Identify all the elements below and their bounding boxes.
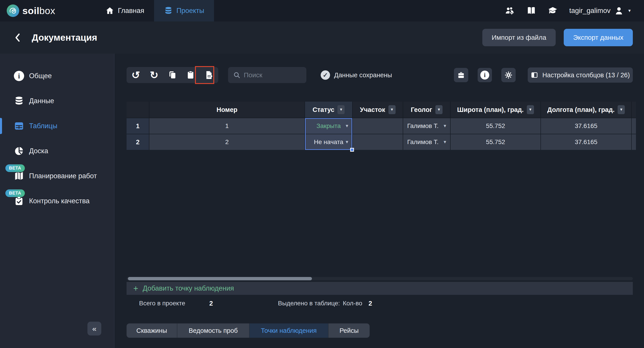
page-header-actions: Импорт из файла Экспорт данных bbox=[482, 29, 633, 46]
paste-icon[interactable] bbox=[186, 70, 196, 80]
status-cell[interactable]: Не начата ▼ bbox=[305, 134, 352, 150]
content-area: ↺ ↻ ✓ Данные сохранены bbox=[114, 54, 644, 348]
longitude-cell[interactable]: 37.6165 bbox=[541, 134, 631, 150]
header-site[interactable]: Участок ▼ bbox=[353, 102, 403, 118]
nav-home[interactable]: Главная bbox=[96, 0, 154, 21]
undo-icon[interactable]: ↺ bbox=[131, 70, 141, 80]
soilbox-logo-icon bbox=[7, 4, 19, 17]
horizontal-scrollbar[interactable] bbox=[126, 277, 633, 280]
table-toolbar: ↺ ↻ bbox=[126, 67, 218, 83]
saved-status: ✓ Данные сохранены bbox=[321, 67, 392, 83]
redo-icon[interactable]: ↻ bbox=[149, 70, 159, 80]
search-icon bbox=[233, 71, 240, 79]
total-in-project-label: Всего в проекте bbox=[139, 300, 185, 307]
number-cell[interactable]: 2 bbox=[149, 134, 304, 150]
longitude-cell[interactable]: 37.6165 bbox=[541, 118, 631, 134]
import-from-file-button[interactable]: Импорт из файла bbox=[482, 29, 556, 46]
book-icon[interactable] bbox=[526, 6, 536, 16]
pie-chart-icon bbox=[14, 146, 24, 156]
gear-icon bbox=[504, 71, 513, 79]
status-cell[interactable]: Закрыта ▼ bbox=[305, 118, 352, 134]
database-icon bbox=[164, 6, 173, 15]
observation-points-table: Номер Статус ▼ Участок ▼ Геолог ▼ Широта… bbox=[126, 102, 636, 150]
home-icon bbox=[105, 6, 114, 15]
column-settings-button[interactable]: Настройка столбцов (13 / 26) bbox=[528, 67, 633, 83]
latitude-filter-button[interactable]: ▼ bbox=[527, 105, 534, 114]
soilbox-logo[interactable]: soilbox bbox=[7, 0, 55, 21]
total-in-project-value: 2 bbox=[209, 300, 213, 307]
columns-icon bbox=[531, 71, 538, 79]
username: tagir_galimov bbox=[569, 7, 610, 15]
tab-observation-points[interactable]: Точки наблюдения bbox=[250, 324, 328, 338]
beta-badge: BETA bbox=[5, 165, 25, 172]
dropdown-icon[interactable]: ▼ bbox=[443, 124, 447, 128]
copy-icon[interactable] bbox=[168, 70, 177, 80]
header-geologist[interactable]: Геолог ▼ bbox=[403, 102, 450, 118]
dropdown-icon[interactable]: ▼ bbox=[345, 124, 349, 128]
row-number-cell[interactable]: 1 bbox=[126, 118, 149, 134]
longitude-filter-button[interactable]: ▼ bbox=[618, 105, 625, 114]
sidebar-item-tables[interactable]: Таблицы bbox=[0, 114, 114, 139]
sidebar-collapse-button[interactable]: « bbox=[88, 322, 101, 336]
sidebar-item-data[interactable]: Данные bbox=[0, 88, 114, 114]
check-circle-icon: ✓ bbox=[321, 70, 330, 80]
header-latitude[interactable]: Широта (план), град. ▼ bbox=[450, 102, 540, 118]
top-bar: soilbox Главная Проекты bbox=[0, 0, 644, 21]
avatar-icon bbox=[614, 6, 624, 16]
site-filter-button[interactable]: ▼ bbox=[388, 105, 396, 114]
site-cell[interactable] bbox=[353, 118, 403, 134]
tab-wells[interactable]: Скважины bbox=[126, 324, 177, 338]
status-filter-button[interactable]: ▼ bbox=[338, 105, 344, 114]
nav-projects[interactable]: Проекты bbox=[154, 0, 214, 21]
number-cell[interactable]: 1 bbox=[149, 118, 304, 134]
geologist-cell[interactable]: Галимов Т. ▼ bbox=[403, 134, 450, 150]
header-longitude[interactable]: Долгота (план), град. ▼ bbox=[541, 102, 631, 118]
overflow-cell bbox=[632, 118, 636, 134]
top-nav: Главная Проекты bbox=[96, 0, 214, 21]
overflow-cell bbox=[632, 134, 636, 150]
sidebar-item-board[interactable]: Доска bbox=[0, 139, 114, 164]
geologist-filter-button[interactable]: ▼ bbox=[435, 105, 442, 114]
horizontal-scrollbar-thumb[interactable] bbox=[128, 277, 312, 280]
dropdown-icon[interactable]: ▼ bbox=[345, 140, 349, 145]
users-admin-icon[interactable] bbox=[505, 6, 515, 16]
row-number-cell[interactable]: 2 bbox=[126, 134, 149, 150]
selected-in-table-label: Выделено в таблице: bbox=[278, 300, 340, 307]
latitude-cell[interactable]: 55.752 bbox=[450, 118, 540, 134]
info-button[interactable]: i bbox=[478, 68, 492, 82]
geologist-cell[interactable]: Галимов Т. ▼ bbox=[403, 118, 450, 134]
column-settings-label: Настройка столбцов (13 / 26) bbox=[542, 71, 630, 79]
add-observation-point-button[interactable]: + Добавить точку наблюдения bbox=[126, 282, 633, 295]
tab-sample-register[interactable]: Ведомость проб bbox=[177, 324, 250, 338]
dropdown-icon[interactable]: ▼ bbox=[443, 140, 447, 145]
table-icon bbox=[14, 121, 24, 131]
search-box bbox=[228, 67, 306, 83]
settings-button[interactable] bbox=[501, 68, 516, 82]
sidebar: i Общее Данные Таблицы Доска BETA bbox=[0, 54, 114, 348]
tools-button[interactable] bbox=[454, 68, 468, 82]
tab-trips[interactable]: Рейсы bbox=[328, 324, 370, 338]
header-rownum bbox=[126, 102, 149, 118]
site-cell[interactable] bbox=[353, 134, 403, 150]
database-icon bbox=[14, 96, 24, 106]
user-menu[interactable]: tagir_galimov ▼ bbox=[569, 6, 632, 16]
export-data-button[interactable]: Экспорт данных bbox=[564, 29, 633, 46]
toolbox-icon bbox=[457, 71, 465, 79]
map-icon bbox=[14, 171, 24, 181]
page-header: Документация Импорт из файла Экспорт дан… bbox=[0, 21, 644, 54]
nav-home-label: Главная bbox=[118, 7, 144, 15]
header-status[interactable]: Статус ▼ bbox=[305, 102, 352, 118]
table-footer: Всего в проекте 2 Выделено в таблице: Ко… bbox=[126, 298, 633, 308]
back-button[interactable] bbox=[12, 32, 23, 43]
graduation-cap-icon[interactable] bbox=[548, 6, 558, 16]
sidebar-item-general[interactable]: i Общее bbox=[0, 63, 114, 88]
plus-icon: + bbox=[133, 284, 138, 293]
info-icon: i bbox=[480, 71, 489, 80]
beta-badge: BETA bbox=[5, 189, 25, 197]
sidebar-item-quality-control[interactable]: BETA Контроль качества bbox=[0, 188, 114, 213]
sidebar-item-work-planning[interactable]: BETA Планирование работ bbox=[0, 164, 114, 188]
count-value: 2 bbox=[368, 300, 372, 307]
search-input[interactable] bbox=[244, 71, 302, 79]
latitude-cell[interactable]: 55.752 bbox=[450, 134, 540, 150]
header-number[interactable]: Номер bbox=[149, 102, 304, 118]
